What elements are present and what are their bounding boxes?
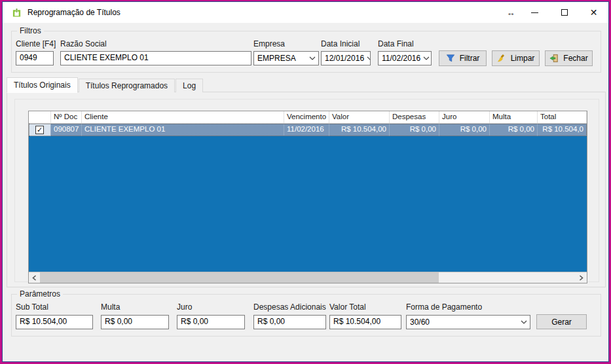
filters-group: Filtros Cliente [F4] 0949 Razão Social C… — [11, 31, 601, 73]
titles-grid: Nº Doc Cliente Vencimento Valor Despesas… — [28, 111, 587, 283]
col-multa[interactable]: Multa — [490, 111, 538, 123]
maximize-icon — [561, 9, 568, 16]
juro-label: Juro — [177, 302, 192, 312]
cell-juro: R$ 0,00 — [439, 124, 490, 136]
scroll-left-icon[interactable] — [29, 272, 40, 283]
chevron-down-icon — [309, 56, 316, 60]
subtotal-input[interactable]: R$ 10.504,00 — [16, 315, 93, 329]
gerar-label: Gerar — [551, 318, 572, 327]
forma-pagamento-select[interactable]: 30/60 — [406, 315, 530, 329]
tabpage-titulos-originais: Nº Doc Cliente Vencimento Valor Despesas… — [7, 92, 606, 287]
col-valor[interactable]: Valor — [329, 111, 390, 123]
fechar-label: Fechar — [563, 54, 587, 63]
forma-pagamento-label: Forma de Pagamento — [406, 302, 482, 312]
data-final-value: 11/02/2016 — [382, 54, 420, 63]
checkbox-checked[interactable]: ✓ — [35, 126, 44, 134]
col-check[interactable] — [29, 111, 51, 123]
data-final-select[interactable]: 11/02/2016 — [378, 51, 432, 65]
subtotal-label: Sub Total — [16, 302, 48, 312]
window-controls: ↔ ✕ — [502, 2, 608, 23]
data-inicial-select[interactable]: 12/01/2016 — [321, 51, 371, 65]
chevron-down-icon — [423, 56, 430, 60]
cell-despesas: R$ 0,00 — [390, 124, 439, 136]
minimize-icon — [531, 12, 538, 13]
data-final-label: Data Final — [378, 39, 414, 48]
filtrar-button[interactable]: Filtrar — [439, 50, 487, 66]
cell-vencimento: 11/02/2016 — [284, 124, 329, 136]
col-juro[interactable]: Juro — [439, 111, 490, 123]
door-exit-icon — [549, 54, 559, 63]
chevron-down-icon — [521, 320, 527, 324]
tabstrip: Títulos Originais Títulos Reprogramados … — [7, 77, 204, 92]
multa-input[interactable]: R$ 0,00 — [101, 315, 169, 329]
cell-valor: R$ 10.504,00 — [329, 124, 390, 136]
col-vencimento[interactable]: Vencimento — [284, 111, 329, 123]
tab-titulos-originais[interactable]: Títulos Originais — [7, 77, 78, 93]
tab-titulos-reprogramados[interactable]: Títulos Reprogramados — [79, 79, 175, 92]
fechar-button[interactable]: Fechar — [545, 50, 593, 66]
razao-social-label: Razão Social — [60, 39, 107, 48]
col-total[interactable]: Total — [538, 111, 587, 123]
limpar-label: Limpar — [511, 54, 535, 63]
filter-icon — [446, 54, 455, 63]
cell-multa: R$ 0,00 — [490, 124, 538, 136]
window-title: Reprogramação de Títulos — [28, 8, 120, 17]
despesas-adicionais-label: Despesas Adicionais — [253, 302, 326, 312]
params-group: Parâmetros Sub Total R$ 10.504,00 Multa … — [11, 294, 601, 337]
grid-header: Nº Doc Cliente Vencimento Valor Despesas… — [29, 111, 587, 124]
col-despesas[interactable]: Despesas — [390, 111, 439, 123]
multa-label: Multa — [101, 302, 120, 312]
row-checkbox-cell: ✓ — [29, 124, 51, 136]
juro-input[interactable]: R$ 0,00 — [177, 315, 245, 329]
valor-total-input[interactable]: R$ 10.504,00 — [329, 315, 401, 329]
resize-icon[interactable]: ↔ — [502, 2, 520, 23]
cliente-input[interactable]: 0949 — [16, 51, 54, 65]
empresa-select[interactable]: EMPRESA — [253, 51, 319, 65]
valor-total-label: Valor Total — [329, 302, 366, 312]
col-cliente[interactable]: Cliente — [82, 111, 284, 123]
app-window: Reprogramação de Títulos ↔ ✕ Filtros Cli… — [2, 1, 609, 362]
despesas-adicionais-input[interactable]: R$ 0,00 — [253, 315, 326, 329]
chevron-down-icon — [367, 56, 371, 60]
empresa-label: Empresa — [253, 39, 285, 48]
empresa-value: EMPRESA — [257, 54, 296, 63]
cell-doc: 090807 — [51, 124, 82, 136]
scrollbar-thumb[interactable] — [40, 272, 439, 283]
razao-social-input[interactable]: CLIENTE EXEMPLO 01 — [60, 51, 251, 65]
tab-log[interactable]: Log — [176, 79, 203, 92]
horizontal-scrollbar[interactable] — [29, 272, 587, 283]
filtrar-label: Filtrar — [460, 54, 480, 63]
grid-empty-area — [29, 136, 587, 272]
minimize-button[interactable] — [520, 2, 549, 23]
col-doc[interactable]: Nº Doc — [51, 111, 82, 123]
gerar-button[interactable]: Gerar — [536, 314, 587, 329]
titlebar: Reprogramação de Títulos ↔ ✕ — [3, 2, 608, 23]
maximize-button[interactable] — [549, 2, 579, 23]
data-inicial-label: Data Inicial — [321, 39, 360, 48]
app-icon — [12, 8, 22, 18]
table-row[interactable]: ✓ 090807 CLIENTE EXEMPLO 01 11/02/2016 R… — [29, 124, 587, 136]
params-group-label: Parâmetros — [17, 289, 63, 299]
cell-cliente: CLIENTE EXEMPLO 01 — [82, 124, 284, 136]
forma-pagamento-value: 30/60 — [410, 318, 430, 327]
close-button[interactable]: ✕ — [579, 2, 608, 23]
filters-group-label: Filtros — [17, 26, 44, 35]
data-inicial-value: 12/01/2016 — [325, 54, 364, 63]
limpar-button[interactable]: Limpar — [492, 50, 540, 66]
scroll-right-icon[interactable] — [576, 272, 587, 283]
cell-total: R$ 10.504,0 — [538, 124, 587, 136]
broom-icon — [497, 54, 506, 63]
cliente-label: Cliente [F4] — [16, 39, 56, 48]
